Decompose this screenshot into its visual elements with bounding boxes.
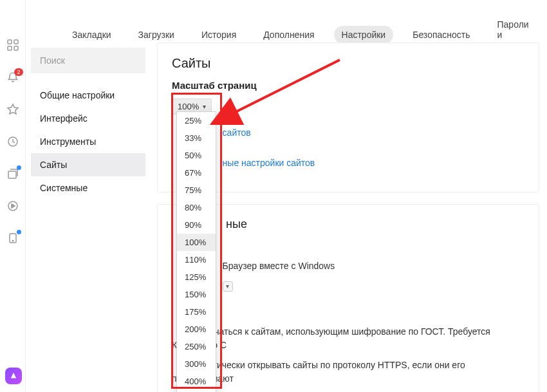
sidenav-interface[interactable]: Интерфейс xyxy=(31,107,145,130)
svg-point-8 xyxy=(12,240,14,241)
tab-settings[interactable]: Настройки xyxy=(334,26,394,44)
zoom-dropdown-list[interactable]: 25%33%50%67%75%80%90%100%110%125%150%175… xyxy=(176,111,216,392)
svg-rect-3 xyxy=(14,46,18,50)
zoom-option[interactable]: 67% xyxy=(177,164,216,182)
dashboard-icon[interactable] xyxy=(6,39,19,51)
panel-sites-title: Сайты xyxy=(172,56,524,71)
svg-rect-5 xyxy=(8,171,16,178)
blue-dot-icon xyxy=(17,230,21,234)
zoom-option[interactable]: 80% xyxy=(177,199,216,216)
sites-link-row-1: XXXXXXXX сайтов xyxy=(172,126,524,140)
chevron-down-icon[interactable]: ▾ xyxy=(223,281,233,292)
zoom-option[interactable]: 200% xyxy=(177,321,216,338)
zoom-option[interactable]: 75% xyxy=(177,182,216,199)
sites-link-row-2: XXXXXXXX ные настройки сайтов xyxy=(172,156,524,170)
notification-badge: 2 xyxy=(14,68,23,76)
search-placeholder: Поиск xyxy=(40,55,65,66)
star-icon[interactable] xyxy=(6,103,19,116)
blue-dot-icon xyxy=(17,165,21,170)
zoom-label: Масштаб страниц xyxy=(172,80,524,91)
zoom-option[interactable]: 150% xyxy=(177,286,216,303)
tab-security[interactable]: Безопасность xyxy=(405,26,477,44)
link-sites-fragment[interactable]: сайтов xyxy=(223,127,251,138)
row-https-auto: XXXXXXатически открывать сайты по проток… xyxy=(172,359,524,386)
svg-rect-0 xyxy=(8,40,12,44)
app-sidebar: 2 xyxy=(0,0,26,392)
link-ext-site-settings[interactable]: ные настройки сайтов xyxy=(223,158,315,168)
bell-icon[interactable]: 2 xyxy=(6,71,19,84)
play-icon[interactable] xyxy=(6,200,19,212)
zoom-option[interactable]: 175% xyxy=(177,303,216,321)
tab-bookmarks[interactable]: Закладки xyxy=(64,26,119,44)
sidenav-tools[interactable]: Инструменты xyxy=(31,130,145,153)
zoom-option[interactable]: 300% xyxy=(177,355,216,373)
autostart-row: XXXXXXXX Браузер вместе с Windows xyxy=(172,259,524,273)
zoom-option[interactable]: 25% xyxy=(177,112,216,129)
svg-rect-1 xyxy=(14,40,18,44)
search-input[interactable]: Поиск xyxy=(31,48,145,73)
tab-addons[interactable]: Дополнения xyxy=(255,26,322,44)
zoom-option[interactable]: 250% xyxy=(177,338,216,355)
tab-downloads[interactable]: Загрузки xyxy=(131,26,182,44)
zoom-option[interactable]: 50% xyxy=(177,147,216,164)
sidenav-sites[interactable]: Сайты xyxy=(31,153,145,176)
alice-icon[interactable] xyxy=(5,368,22,384)
zoom-option[interactable]: 400% xyxy=(177,373,216,390)
zoom-option[interactable]: 100% xyxy=(177,234,216,251)
sidenav-general[interactable]: Общие настройки xyxy=(31,84,145,107)
row-gost: XXXXXXючаться к сайтам, использующим шиф… xyxy=(172,325,524,352)
settings-sidenav: Общие настройки Интерфейс Инструменты Са… xyxy=(31,84,145,200)
zoom-option[interactable]: 110% xyxy=(177,251,216,268)
zoom-option[interactable]: 90% xyxy=(177,216,216,234)
autostart-dropdown-row: XXXXXXXX ▾ xyxy=(172,279,524,293)
zoom-option[interactable]: 33% xyxy=(177,129,216,147)
chevron-down-icon: ▾ xyxy=(203,103,206,110)
collections-icon[interactable] xyxy=(6,167,19,180)
zoom-value: 100% xyxy=(178,102,199,111)
zoom-option[interactable]: 125% xyxy=(177,268,216,286)
clock-icon[interactable] xyxy=(6,135,19,148)
tab-history[interactable]: История xyxy=(194,26,244,44)
sidenav-system[interactable]: Системные xyxy=(31,176,145,200)
panel2-title: XXXXXXXные xyxy=(172,218,524,231)
svg-rect-2 xyxy=(8,46,12,50)
device-icon[interactable] xyxy=(6,232,19,245)
